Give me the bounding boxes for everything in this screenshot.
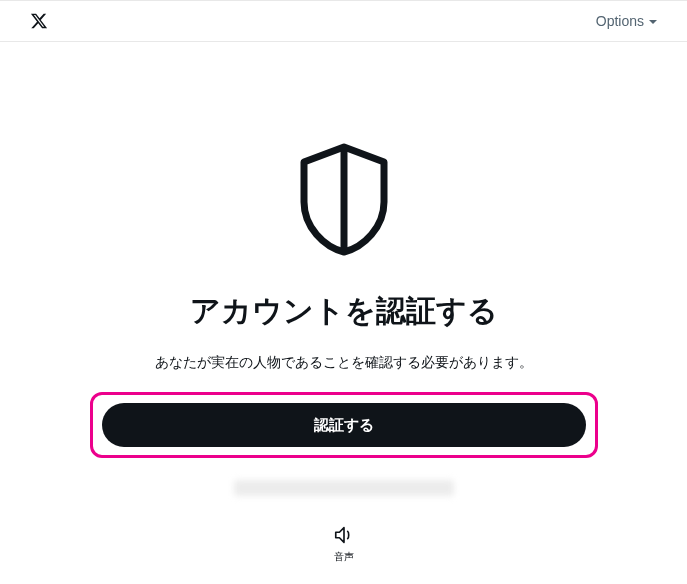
authenticate-button[interactable]: 認証する — [102, 403, 586, 447]
options-dropdown[interactable]: Options — [596, 13, 657, 29]
redacted-text — [234, 480, 454, 496]
main-content: アカウントを認証する あなたが実在の人物であることを確認する必要があります。 認… — [0, 42, 687, 564]
page-title: アカウントを認証する — [190, 291, 498, 332]
options-label: Options — [596, 13, 644, 29]
shield-icon — [294, 142, 394, 261]
x-logo-icon — [30, 12, 48, 30]
highlight-annotation: 認証する — [90, 392, 598, 458]
header-bar: Options — [0, 0, 687, 42]
authenticate-button-label: 認証する — [314, 416, 374, 435]
audio-label: 音声 — [334, 550, 354, 564]
chevron-down-icon — [649, 20, 657, 24]
x-logo — [30, 12, 48, 30]
volume-icon — [333, 524, 355, 546]
audio-option[interactable]: 音声 — [333, 524, 355, 564]
page-subtitle: あなたが実在の人物であることを確認する必要があります。 — [155, 354, 533, 372]
